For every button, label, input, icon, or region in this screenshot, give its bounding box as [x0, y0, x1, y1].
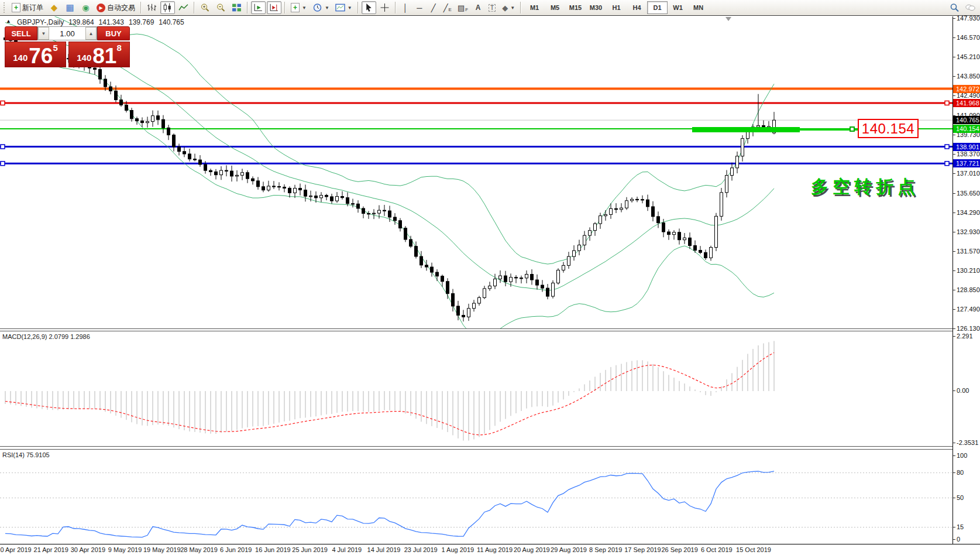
bar-chart-mode-button[interactable]	[145, 1, 159, 14]
cursor-tool-button[interactable]	[362, 1, 376, 14]
volume-input[interactable]	[49, 27, 85, 40]
channel-tool-button[interactable]: ╱E	[441, 1, 454, 14]
auto-scroll-button[interactable]	[251, 1, 266, 14]
volume-increase-button[interactable]: ▲	[85, 27, 97, 40]
vertical-line-tool-button[interactable]: │	[399, 1, 412, 14]
timeframe-button-mn[interactable]: MN	[688, 1, 709, 14]
toolbar-separator	[140, 2, 142, 13]
ohlc-open: 139.864	[68, 18, 94, 26]
chart-shift-marker-icon[interactable]	[725, 17, 731, 21]
label-tool-button[interactable]: T	[486, 1, 498, 14]
auto-trading-icon: ▶	[97, 4, 105, 12]
crosshair-tool-button[interactable]	[377, 1, 392, 14]
volume-spinner: ▼ ▲	[37, 26, 97, 40]
price-scale-label: 135.650	[957, 190, 980, 197]
price-callout-box[interactable]: 140.154	[858, 119, 919, 138]
periods-button[interactable]: ▼	[310, 1, 332, 14]
dropdown-arrow-icon: ▼	[302, 5, 307, 11]
symbol-period-label: GBPJPY-,Daily	[17, 18, 64, 26]
cursor-icon	[364, 3, 374, 12]
price-scale-label: 130.210	[957, 267, 980, 274]
chat-button[interactable]	[963, 1, 978, 14]
sell-price-prefix: 140	[13, 53, 27, 63]
editor-icon: ◆	[49, 3, 59, 12]
indicators-button[interactable]: +▼	[288, 1, 309, 14]
timeframe-button-m5[interactable]: M5	[545, 1, 565, 14]
tile-windows-button[interactable]	[229, 1, 244, 14]
horizontal-line-tool-button[interactable]: ─	[413, 1, 426, 14]
search-button[interactable]	[947, 1, 962, 14]
zoom-in-button[interactable]	[198, 1, 212, 14]
price-scale-label: 138.370	[957, 150, 980, 157]
search-icon	[950, 3, 960, 12]
line-chart-mode-button[interactable]	[176, 1, 191, 14]
indicators-icon: +	[291, 3, 300, 12]
buy-price-sup: 8	[116, 43, 121, 53]
rsi-label: RSI(14) 75.9105	[2, 451, 50, 458]
fibonacci-tool-button[interactable]: ▤F	[455, 1, 470, 14]
new-order-icon: +	[12, 3, 20, 12]
timeframe-button-w1[interactable]: W1	[668, 1, 688, 14]
rsi-scale-label: 100	[957, 452, 967, 459]
auto-trading-button[interactable]: ▶ 自动交易	[94, 1, 137, 14]
panel-collapse-icon[interactable]: ▲	[6, 18, 11, 26]
buy-price-prefix: 140	[77, 53, 91, 63]
macd-scale-label: 2.291	[957, 333, 973, 340]
price-scale-label: 131.570	[957, 248, 980, 255]
price-scale-label: 147.930	[957, 15, 980, 22]
candlestick-mode-button[interactable]	[160, 1, 175, 14]
toolbar-separator	[284, 2, 286, 13]
highlight-anchor-marker[interactable]	[850, 126, 855, 132]
timeframe-button-h4[interactable]: H4	[627, 1, 647, 14]
date-axis[interactable]: 10 Apr 201921 Apr 201930 Apr 20199 May 2…	[0, 544, 980, 555]
price-scale-label: 142.490	[957, 92, 980, 99]
price-level-badge: 138.901	[953, 143, 980, 151]
buy-price-box[interactable]: 140 81 8	[68, 42, 130, 67]
timeframe-group: M1M5M15M30H1H4D1W1MN	[524, 1, 709, 14]
price-scale-label: 137.010	[957, 170, 980, 177]
zoom-out-icon	[216, 3, 226, 12]
ohlc-low: 139.769	[129, 18, 154, 26]
template-icon	[335, 3, 345, 12]
timeframe-button-d1[interactable]: D1	[647, 1, 668, 14]
macd-scale[interactable]: 2.2910.00-2.3531	[953, 331, 980, 447]
main-chart-svg	[0, 16, 953, 328]
price-scale-label: 134.290	[957, 209, 980, 216]
signals-button[interactable]: ◉	[78, 1, 93, 14]
rsi-pane[interactable]: RSI(14) 75.9105	[0, 449, 953, 544]
shapes-tool-button[interactable]: ◆▼	[500, 1, 517, 14]
new-chart-button[interactable]: ▦	[63, 1, 77, 14]
clock-icon	[312, 3, 322, 12]
metaeditor-button[interactable]: ◆	[47, 1, 61, 14]
price-scale[interactable]: 147.930146.570145.210143.850142.490141.0…	[953, 16, 980, 328]
fibonacci-icon: ▤	[458, 4, 465, 12]
text-tool-button[interactable]: A	[472, 1, 484, 14]
templates-button[interactable]: ▼	[333, 1, 355, 14]
new-order-button[interactable]: + 新订单	[9, 1, 46, 14]
macd-pane[interactable]: MACD(12,26,9) 2.0799 1.2986	[0, 331, 953, 447]
timeframe-button-m30[interactable]: M30	[586, 1, 606, 14]
timeframe-button-m1[interactable]: M1	[524, 1, 545, 14]
sell-price-box[interactable]: 140 76 5	[5, 42, 66, 67]
volume-decrease-button[interactable]: ▼	[38, 27, 49, 40]
buy-button[interactable]: BUY	[97, 26, 130, 40]
highlight-band[interactable]	[692, 127, 800, 132]
toolbar-separator	[395, 2, 396, 13]
chart-shift-button[interactable]	[267, 1, 281, 14]
vertical-line-icon: │	[403, 4, 408, 12]
timeframe-button-m15[interactable]: M15	[565, 1, 586, 14]
sell-button[interactable]: SELL	[5, 26, 37, 40]
channel-sub-label: E	[449, 7, 452, 12]
dropdown-arrow-icon: ▼	[325, 5, 329, 11]
timeframe-button-h1[interactable]: H1	[606, 1, 627, 14]
new-order-label: 新订单	[22, 3, 43, 13]
rsi-svg	[0, 450, 953, 544]
chat-icon	[965, 3, 975, 12]
main-chart-pane[interactable]: ▲ GBPJPY-,Daily 139.864 141.343 139.769 …	[0, 16, 953, 329]
chinese-annotation[interactable]: 多空转折点	[811, 175, 919, 199]
horizontal-line-icon: ─	[417, 4, 422, 12]
zoom-out-button[interactable]	[214, 1, 228, 14]
trendline-tool-button[interactable]: ╱	[427, 1, 440, 14]
rsi-scale[interactable]: 1008050150	[953, 449, 980, 544]
candlestick-icon	[163, 3, 173, 12]
